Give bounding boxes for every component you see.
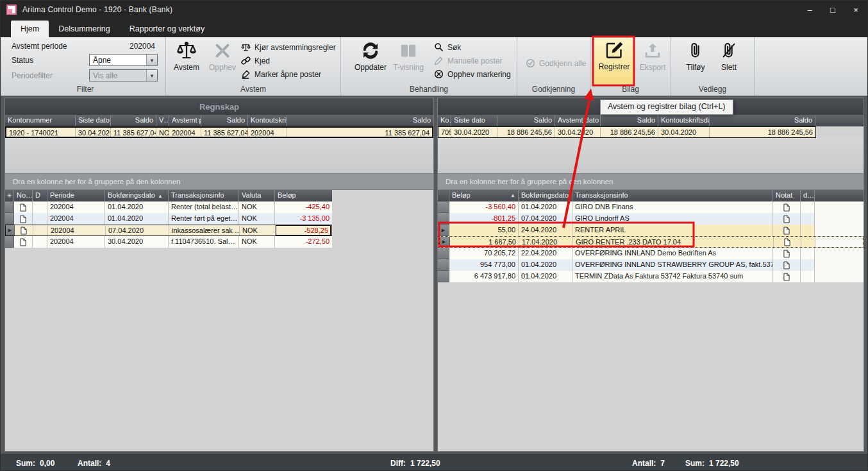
column-header[interactable]: Valuta (239, 190, 275, 201)
godkjenn-alle-button[interactable]: Godkjenn alle (525, 56, 586, 70)
status-combo[interactable]: Åpne ▾ (89, 54, 158, 66)
ribbon-group-filter: Avstemt periode 202004 Status Åpne ▾ Per… (5, 37, 166, 96)
customize-icon[interactable]: ✳ (5, 190, 14, 201)
transaction-row[interactable]: 202004 01.04.2020 Renter ført på eget… N… (5, 213, 332, 225)
transaction-row-selected[interactable]: ▶ 202004 07.04.2020 inkassosalærer sak …… (5, 225, 332, 236)
column-header[interactable]: Avstemt dato (555, 115, 601, 126)
minimize-icon[interactable]: – (798, 1, 821, 19)
periodefilter-combo-value: Vis alle (90, 71, 146, 80)
dropdown-arrow-icon[interactable]: ▾ (146, 70, 157, 81)
column-header-sorted[interactable]: Beløp▲ (449, 190, 519, 201)
column-header[interactable]: Saldo (287, 115, 433, 126)
status-diff: Diff:1 722,50 (390, 459, 440, 468)
column-header[interactable]: No… (14, 190, 33, 201)
transaction-row[interactable]: 70 205,72 22.04.2020 OVERFØRING INNLAND … (438, 248, 864, 259)
document-icon[interactable] (773, 259, 801, 271)
row-filler (815, 201, 864, 213)
t-visning-button[interactable]: T-visning (388, 39, 428, 81)
transaction-row[interactable]: -3 560,40 01.04.2020 GIRO DNB Finans (438, 201, 864, 213)
document-icon[interactable] (773, 248, 801, 259)
app-logo-icon (6, 4, 17, 15)
document-icon[interactable] (14, 213, 33, 225)
column-header-sorted[interactable]: Bokføringsdato▲ (105, 190, 169, 201)
tilfoy-button[interactable]: Tilføy (679, 39, 712, 81)
dato-cell: 01.04.2020 (105, 201, 169, 213)
transaction-row[interactable]: -801,25 07.04.2020 GIRO Lindorff AS (438, 213, 864, 225)
d-cell (801, 213, 815, 225)
column-header[interactable]: Notat (773, 190, 801, 201)
belop-cell: 70 205,72 (449, 248, 519, 259)
balance-small-icon (240, 42, 251, 53)
opphev-markering-button[interactable]: Opphev markering (433, 67, 511, 81)
column-header[interactable]: Kontonummer (5, 115, 76, 126)
transaction-row[interactable]: 202004 01.04.2020 Renter (total belast… … (5, 201, 332, 213)
sok-label: Søk (447, 43, 461, 52)
column-header[interactable]: Periode (47, 190, 105, 201)
column-header[interactable]: Kontoutskriftsdato (658, 115, 710, 126)
opphev-button-label: Opphev (209, 63, 236, 72)
kjed-button[interactable]: Kjed (240, 54, 336, 67)
maximize-icon[interactable]: □ (821, 1, 844, 19)
column-header[interactable]: Avstemt p… (169, 115, 201, 126)
column-header[interactable]: Siste dato (451, 115, 497, 126)
transaction-row-matched[interactable]: ▶ 55,00 24.04.2020 RENTER APRIL (438, 225, 864, 236)
kjor-avstemmingsregler-button[interactable]: Kjør avstemmingsregler (240, 40, 336, 54)
eksport-button[interactable]: Eksport (634, 39, 671, 81)
info-cell: GIRO DNB Finans (572, 201, 773, 213)
document-icon[interactable] (15, 225, 33, 236)
document-icon[interactable] (773, 201, 801, 213)
avstem-button[interactable]: Avstem (169, 39, 204, 81)
transaction-row[interactable]: 954 773,00 01.04.2020 OVERFØRING INNLAND… (438, 259, 864, 271)
group-by-bar[interactable]: Dra en kolonne her for å gruppere på den… (5, 173, 433, 190)
column-header[interactable]: Ko… (438, 115, 451, 126)
document-icon[interactable] (14, 201, 33, 213)
document-icon[interactable] (774, 237, 801, 247)
column-header[interactable]: Transaksjonsinfo (169, 190, 239, 201)
periode-cell: 202004 (48, 225, 106, 236)
manuelle-poster-button[interactable]: Manuelle poster (433, 54, 511, 67)
tab-rapporter-og-verktoy[interactable]: Rapporter og verktøy (120, 21, 214, 37)
dato-cell: 01.04.2020 (105, 213, 169, 225)
registrer-button[interactable]: Registrer (594, 38, 634, 84)
row-indicator (5, 213, 14, 225)
periodefilter-combo[interactable]: Vis alle ▾ (89, 69, 158, 81)
column-header[interactable]: Saldo (710, 115, 815, 126)
column-header[interactable]: Saldo (497, 115, 555, 126)
group-by-bar[interactable]: Dra en kolonne her for å gruppere på den… (438, 173, 864, 190)
column-header[interactable]: Beløp (275, 190, 332, 201)
kontoutskriftsdato-cell: 30.04.2020 (658, 127, 710, 137)
ribbon-group-bilag: Registrer Eksport Bilag (590, 37, 671, 96)
sok-button[interactable]: Søk (433, 40, 511, 54)
marker-apne-poster-button[interactable]: Marker åpne poster (240, 67, 336, 81)
transaction-row[interactable]: 202004 30.04.2020 f.1104736510. Sal… NOK… (5, 236, 332, 248)
document-icon[interactable] (773, 213, 801, 225)
column-header[interactable]: V… (156, 115, 169, 126)
column-header[interactable]: Siste dato (76, 115, 111, 126)
regnskap-account-row[interactable]: 1920 - 1740021 30.04.2020 11 385 627,04 … (5, 126, 433, 138)
kjed-label: Kjed (255, 56, 270, 65)
column-header[interactable]: Kontoutskrift… (248, 115, 287, 126)
document-icon[interactable] (773, 271, 801, 282)
column-header[interactable]: Saldo (201, 115, 248, 126)
dropdown-arrow-icon[interactable]: ▾ (146, 55, 157, 65)
panel-gap (5, 138, 433, 173)
transaction-row[interactable]: 6 473 917,80 01.04.2020 TERMIN ZData As … (438, 271, 864, 282)
column-header[interactable]: D (33, 190, 47, 201)
tab-delsummering[interactable]: Delsummering (49, 21, 120, 37)
close-icon[interactable]: × (844, 1, 867, 19)
document-icon[interactable] (14, 236, 33, 248)
oppdater-button[interactable]: Oppdater (353, 39, 388, 81)
saldo-cell: 18 886 245,56 (710, 127, 815, 137)
column-header[interactable]: Saldo (111, 115, 156, 126)
row-indicator (438, 271, 449, 282)
column-header[interactable]: d… (801, 190, 815, 201)
slett-button[interactable]: Slett (712, 39, 746, 81)
tab-hjem[interactable]: Hjem (11, 21, 49, 37)
document-icon[interactable] (773, 225, 801, 236)
opphev-button[interactable]: Opphev (204, 39, 240, 81)
column-header[interactable]: Bokføringsdato (519, 190, 572, 201)
column-header[interactable]: Saldo (601, 115, 658, 126)
bank-account-row[interactable]: 705… 30.04.2020 18 886 245,56 30.04.2020… (438, 126, 816, 138)
column-header[interactable]: Transaksjonsinfo (572, 190, 773, 201)
transaction-row-matched-focused[interactable]: ▶ 1 667,50 17.04.2020 GIRO RENTER .233 D… (438, 236, 864, 248)
